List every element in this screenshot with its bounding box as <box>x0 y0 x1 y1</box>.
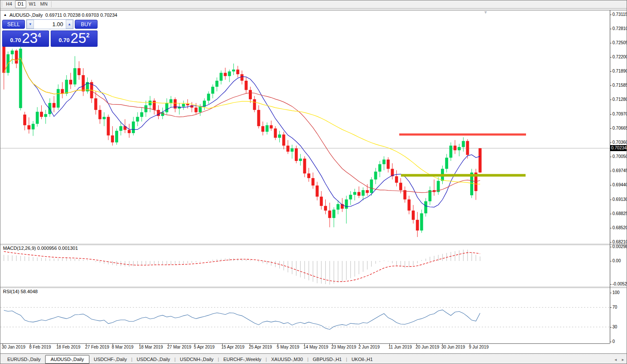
candle <box>15 49 18 68</box>
rsi-tick <box>610 293 612 293</box>
rsi-tick-label: 70 <box>612 305 617 309</box>
price-tick-label: 0.72200 <box>612 55 627 59</box>
candle <box>458 144 461 156</box>
price-tick <box>610 57 612 58</box>
candle <box>316 182 319 200</box>
macd-indicator-chart[interactable] <box>0 245 610 287</box>
candle <box>387 157 390 173</box>
buy-price-button[interactable]: 0.70 25 2 <box>51 30 98 47</box>
tab-xauusd-m30[interactable]: XAUUSD-,M30 <box>267 355 307 363</box>
price-tick-label: 0.69440 <box>612 182 627 187</box>
candle <box>349 191 352 205</box>
candle <box>57 85 60 110</box>
timeframe-button-mn[interactable]: MN <box>38 0 50 8</box>
candle <box>98 105 101 124</box>
timeframe-button-w1[interactable]: W1 <box>27 0 38 8</box>
tab-scroll-left-icon[interactable]: ◂ <box>615 357 617 362</box>
candle <box>241 70 244 84</box>
tab-audusd-daily[interactable]: AUDUSD-,Daily <box>45 355 90 364</box>
candle <box>11 49 14 64</box>
candle <box>174 97 177 112</box>
rsi-tick <box>610 307 612 308</box>
price-tick <box>610 29 612 29</box>
candle <box>291 145 294 158</box>
candle <box>332 207 335 227</box>
tab-gbpusd-h1[interactable]: GBPUSD-,H1 <box>309 355 346 363</box>
price-tick <box>610 242 612 243</box>
candle <box>270 121 273 131</box>
candle <box>28 117 31 133</box>
candle <box>257 105 260 128</box>
rsi-tick <box>610 342 612 342</box>
timeframe-button-d1[interactable]: D1 <box>15 0 26 8</box>
date-tick-label: 18 Mar 2019 <box>139 345 163 349</box>
volume-increase-icon[interactable]: ▲ <box>66 20 73 29</box>
candle <box>165 98 168 115</box>
date-tick-label: 8 Mar 2019 <box>112 345 134 349</box>
candle <box>73 56 76 87</box>
candle <box>261 121 264 135</box>
candle <box>382 156 385 170</box>
candle <box>215 77 218 91</box>
candle <box>220 70 223 84</box>
rsi-indicator-chart[interactable] <box>0 288 610 343</box>
candle <box>307 168 310 182</box>
sell-price-prefix: 0.70 <box>10 37 21 43</box>
candle <box>199 104 202 116</box>
volume-input[interactable]: 1.00 <box>34 20 66 29</box>
candle <box>474 169 477 200</box>
resistance-line[interactable] <box>399 133 526 136</box>
price-tick <box>610 114 612 115</box>
candle <box>320 191 323 209</box>
date-tick-label: 2 Jun 2019 <box>358 345 380 349</box>
price-tick-label: 0.70360 <box>612 140 627 145</box>
support-line[interactable] <box>401 174 526 176</box>
rsi-panel-splitter[interactable] <box>0 287 627 288</box>
candle <box>450 143 453 161</box>
tab-scroll-right-icon[interactable]: ▸ <box>622 357 624 362</box>
tab-ukoil-h1[interactable]: UKOil-,H1 <box>347 355 377 363</box>
candle <box>324 200 327 215</box>
candle <box>182 100 185 110</box>
price-tick <box>610 43 612 43</box>
timeframe-button-h4[interactable]: H4 <box>3 0 15 8</box>
macd-tick-label: -0.005250 <box>612 282 627 286</box>
tab-usdcad-daily[interactable]: USDCAD-,Daily <box>132 355 174 363</box>
candle <box>407 196 410 214</box>
date-tick-label: 5 May 2019 <box>277 345 299 349</box>
sell-price-big: 23 <box>22 32 38 45</box>
price-tick-label: 0.71890 <box>612 69 627 73</box>
date-tick-label: 18 Feb 2019 <box>56 345 80 349</box>
tab-eurchf-weekly[interactable]: EURCHF-,Weekly <box>219 355 266 363</box>
price-tick-label: 0.73115 <box>612 12 627 17</box>
tab-usdchf-daily[interactable]: USDCHF-,Daily <box>89 355 131 363</box>
macd-tick <box>610 284 612 285</box>
volume-decrease-icon[interactable]: ▼ <box>27 20 34 29</box>
candle <box>358 186 361 198</box>
macd-signal-line <box>4 252 480 282</box>
date-tick-label: 15 Apr 2019 <box>221 345 245 349</box>
autoscroll-marker-icon: ▼ <box>483 10 488 15</box>
price-tick-label: 0.70970 <box>612 112 627 116</box>
sell-price-button[interactable]: 0.70 23 4 <box>2 30 49 47</box>
date-tick-label: 11 Jun 2019 <box>388 345 412 349</box>
candle <box>203 98 206 110</box>
sell-button[interactable]: SELL <box>2 20 25 29</box>
candle <box>404 186 407 203</box>
price-tick-label: 0.70665 <box>612 126 627 130</box>
tab-eurusd-daily[interactable]: EURUSD-,Daily <box>3 355 45 363</box>
candle <box>253 96 256 112</box>
price-tick-label: 0.72505 <box>612 40 627 45</box>
candle <box>136 112 139 126</box>
candle <box>416 212 419 237</box>
buy-button[interactable]: BUY <box>75 20 98 29</box>
buy-price-prefix: 0.70 <box>59 37 70 43</box>
candle <box>77 61 80 80</box>
macd-panel-splitter[interactable] <box>0 244 627 245</box>
symbol-marker-icon: ▲ <box>3 13 7 17</box>
price-tick-label: 0.71280 <box>612 97 627 102</box>
candle <box>424 198 427 216</box>
candle <box>90 80 93 103</box>
tab-usdcnh-daily[interactable]: USDCNH-,Daily <box>176 355 218 363</box>
price-tick <box>610 143 612 143</box>
